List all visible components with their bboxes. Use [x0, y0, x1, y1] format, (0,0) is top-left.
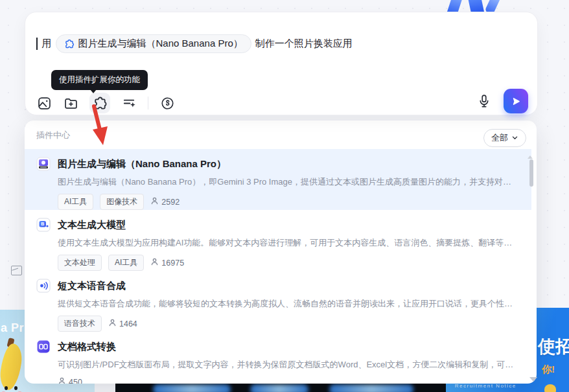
- doc-convert-plugin-icon: [36, 340, 51, 354]
- composer-card: 用 图片生成与编辑（Nano Banana Pro） 制作一个照片换装应用 使用…: [25, 12, 538, 115]
- broken-image-icon: [11, 266, 22, 275]
- puzzle-icon: [64, 39, 75, 49]
- panel-title: 插件中心: [36, 130, 70, 141]
- user-count: 1464: [108, 318, 137, 329]
- user-count-value: 16975: [161, 259, 184, 268]
- text-caret: [36, 38, 38, 50]
- plugin-center-panel: 插件中心 全部 图片生成与编辑（Nano Banana Pro）图片生成与编辑（…: [25, 121, 537, 384]
- plugin-meta: 语音技术1464: [58, 316, 517, 332]
- plugin-title: 文本生成大模型: [58, 219, 126, 231]
- user-count: 2592: [150, 196, 180, 207]
- person-icon: [150, 257, 159, 268]
- plugin-title: 短文本语音合成: [58, 280, 126, 292]
- microphone-icon[interactable]: [476, 93, 492, 109]
- composer-suffix: 制作一个照片换装应用: [255, 38, 353, 50]
- person-icon: [108, 318, 117, 329]
- composer-prefix: 用: [42, 38, 52, 50]
- send-button[interactable]: [504, 89, 528, 113]
- banner-subtitle: 你!: [542, 363, 555, 376]
- tag-pill: 图像技术: [100, 194, 144, 210]
- plugin-chip-label: 图片生成与编辑（Nano Banana Pro）: [78, 38, 243, 50]
- user-count-value: 1464: [119, 319, 137, 329]
- plugin-tooltip: 使用插件扩展你的功能: [51, 70, 148, 90]
- tts-plugin-icon: [36, 279, 51, 293]
- filter-dropdown[interactable]: 全部: [483, 129, 526, 147]
- plugin-chip[interactable]: 图片生成与编辑（Nano Banana Pro）: [56, 34, 251, 53]
- plugin-list-item[interactable]: 图片生成与编辑（Nano Banana Pro）图片生成与编辑（Nano Ban…: [25, 149, 531, 210]
- tag-pill: 文本处理: [58, 255, 102, 271]
- user-count: 16975: [150, 257, 184, 268]
- nano-banana-plugin-icon: [36, 157, 51, 171]
- plugin-description: 使用文本生成大模型为应用构建AI功能。能够对文本内容进行理解，可用于文本内容生成…: [58, 237, 517, 249]
- person-icon: [150, 196, 159, 207]
- scrollbar-up-icon[interactable]: [528, 153, 533, 159]
- plugin-list-item[interactable]: B文本生成大模型使用文本生成大模型为应用构建AI功能。能够对文本内容进行理解，可…: [25, 210, 537, 271]
- person-icon: [58, 376, 66, 384]
- tag-pill: AI工具: [108, 255, 144, 271]
- scrollbar-thumb[interactable]: [529, 159, 533, 187]
- plugin-meta: 450: [58, 376, 517, 384]
- tooltip-arrow: [90, 89, 97, 97]
- chevron-down-icon: [511, 133, 518, 143]
- folder-add-icon[interactable]: [63, 95, 78, 111]
- image-upload-icon[interactable]: [36, 95, 52, 111]
- plugin-list-item[interactable]: 文档格式转换可识别图片/PDF文档版面布局，提取文字内容，并转换为保留原文档版式…: [25, 332, 537, 384]
- plugin-meta: AI工具图像技术2592: [58, 194, 512, 210]
- link-icon[interactable]: [159, 95, 175, 111]
- tag-pill: AI工具: [58, 194, 93, 210]
- panel-header: 插件中心 全部: [25, 121, 537, 149]
- toolbar-divider: [148, 97, 148, 110]
- poster-brand-text: a Pr: [1, 321, 24, 335]
- plugin-title: 文档格式转换: [58, 341, 116, 353]
- composer-toolbar: [36, 93, 175, 113]
- user-count: 450: [58, 376, 82, 384]
- composer-right-tools: [476, 89, 528, 113]
- prompt-enhance-icon[interactable]: [121, 95, 137, 111]
- user-count-value: 450: [69, 378, 82, 384]
- plugin-description: 图片生成与编辑（Nano Banana Pro），即Gemini 3 Pro I…: [58, 176, 512, 188]
- banner-mascot: [544, 384, 556, 392]
- app-canvas: a Pr 使招 你! Recruitment Notice 用 图片生成与编辑（…: [0, 0, 569, 392]
- tag-pill: 语音技术: [58, 316, 102, 332]
- plugin-list: 图片生成与编辑（Nano Banana Pro）图片生成与编辑（Nano Ban…: [25, 149, 537, 384]
- filter-label: 全部: [491, 132, 508, 144]
- banner-title: 使招: [538, 335, 569, 358]
- plugin-description: 提供短文本语音合成功能，能够将较短的文本转换为高度拟人、流畅自然的语音并朗读出来…: [58, 298, 517, 310]
- user-count-value: 2592: [161, 198, 180, 207]
- plugin-description: 可识别图片/PDF文档版面布局，提取文字内容，并转换为保留原文档版式的Word、…: [58, 359, 517, 371]
- scroll-down-hint-icon: [529, 377, 537, 382]
- plugin-meta: 文本处理AI工具16975: [58, 255, 517, 271]
- svg-text:B: B: [41, 222, 44, 226]
- plugin-title: 图片生成与编辑（Nano Banana Pro）: [58, 158, 226, 170]
- banner-caption: Recruitment Notice: [455, 383, 517, 389]
- plugin-list-item[interactable]: 短文本语音合成提供短文本语音合成功能，能够将较短的文本转换为高度拟人、流畅自然的…: [25, 271, 537, 332]
- tooltip-text: 使用插件扩展你的功能: [59, 75, 140, 84]
- composer-input[interactable]: 用 图片生成与编辑（Nano Banana Pro） 制作一个照片换装应用: [36, 34, 524, 53]
- text-llm-plugin-icon: B: [36, 218, 51, 232]
